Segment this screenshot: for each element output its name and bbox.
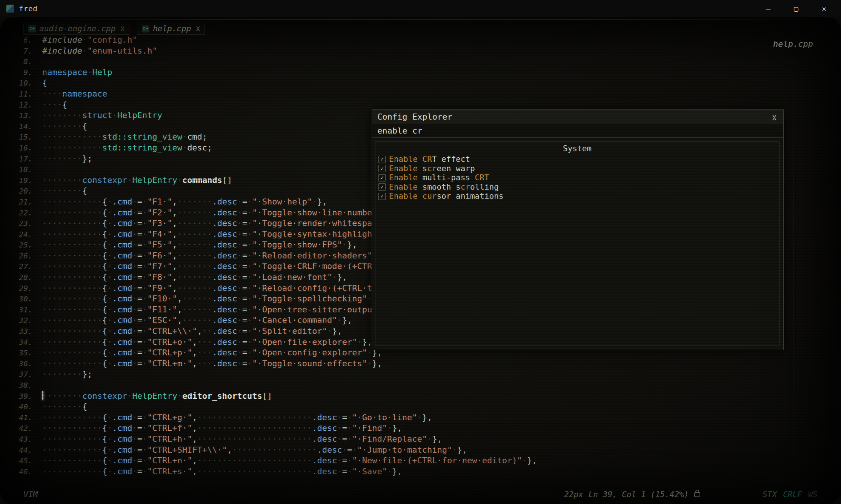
line-number: 34. xyxy=(10,337,32,348)
checkbox-checked-icon[interactable]: ✓ xyxy=(378,165,386,172)
font-size-indicator: 22px xyxy=(564,490,583,499)
config-option[interactable]: ✓Enable screen warp xyxy=(375,164,779,174)
line-content: ········constexpr·HelpEntry·editor_short… xyxy=(42,391,272,401)
line-content: ············{·.cmd·=·"F10·",······.desc·… xyxy=(42,294,382,303)
line-number: 29. xyxy=(10,283,32,294)
config-search-input[interactable]: enable cr xyxy=(377,126,422,135)
lock-icon xyxy=(694,489,701,499)
cpp-file-icon: C+ xyxy=(28,25,36,32)
config-option[interactable]: ✓Enable multi-pass CRT xyxy=(375,173,779,183)
code-line: 41.············{·.cmd·=·"CTRL+g·",······… xyxy=(10,412,841,423)
config-option-label: Enable screen warp xyxy=(389,164,475,173)
tab-help.cpp[interactable]: C+help.cppX xyxy=(137,23,205,35)
line-number: 14. xyxy=(10,121,32,132)
line-content: ············{·.cmd·=·"F8·",·······.desc·… xyxy=(42,272,347,282)
config-options-list: ✓Enable CRT effect✓Enable screen warp✓En… xyxy=(375,155,779,201)
config-explorer-close-icon[interactable]: X xyxy=(772,114,776,122)
crlf-flag: CRLF xyxy=(783,490,802,499)
line-content: ····{ xyxy=(42,100,67,109)
line-content: ············{·.cmd·=·"F5·",·······.desc·… xyxy=(42,240,357,249)
checkbox-checked-icon[interactable]: ✓ xyxy=(378,183,386,191)
config-option[interactable]: ✓Enable cursor animations xyxy=(375,192,779,201)
line-number: 46. xyxy=(10,466,32,477)
tab-close-icon[interactable]: X xyxy=(120,25,125,33)
line-number: 8. xyxy=(10,56,32,67)
current-file-indicator: help.cpp xyxy=(773,39,813,49)
line-number: 6. xyxy=(10,35,32,46)
checkbox-checked-icon[interactable]: ✓ xyxy=(378,193,386,200)
line-number: 10. xyxy=(10,78,32,89)
tab-label: help.cpp xyxy=(153,24,191,33)
config-option[interactable]: ✓Enable smooth scrolling xyxy=(375,183,779,192)
line-number: 41. xyxy=(10,412,32,423)
titlebar: fred – ▢ ✕ xyxy=(0,0,841,17)
line-number: 32. xyxy=(10,315,32,326)
line-number: 21. xyxy=(10,197,32,207)
window-controls: – ▢ ✕ xyxy=(754,0,838,17)
line-number: 16. xyxy=(10,143,32,154)
line-number: 15. xyxy=(10,132,32,143)
maximize-button[interactable]: ▢ xyxy=(782,0,810,17)
line-content: #include·"enum-utils.h" xyxy=(42,46,157,55)
tab-audio-engine.cpp[interactable]: C+audio-engine.cppX xyxy=(23,23,129,35)
code-line: 11.····namespace xyxy=(10,89,841,100)
line-content: { xyxy=(42,78,47,88)
mode-indicator: VIM xyxy=(23,490,38,499)
config-search-row[interactable]: enable cr xyxy=(372,124,783,138)
code-line: 7.#include·"enum-utils.h" xyxy=(10,46,841,57)
line-number: 42. xyxy=(10,423,32,434)
code-line: 43.············{·.cmd·=·"CTRL+h·",······… xyxy=(10,434,841,445)
line-content: ············{·.cmd·=·"CTRL+s·",·········… xyxy=(42,467,402,476)
line-content: ········{ xyxy=(42,121,87,131)
code-line: 40.········{ xyxy=(10,401,841,412)
config-option-label: Enable CRT effect xyxy=(389,155,470,164)
line-content: ············{·.cmd·=·"F3·",·······.desc·… xyxy=(42,218,402,228)
line-number: 23. xyxy=(10,218,32,229)
code-line: 37.········}; xyxy=(10,369,841,380)
line-content: ············{·.cmd·=·"CTRL+f·",·········… xyxy=(42,423,402,433)
crt-edge-highlight xyxy=(23,19,818,20)
line-number: 36. xyxy=(10,358,32,369)
code-line: 46.············{·.cmd·=·"CTRL+s·",······… xyxy=(10,466,841,477)
line-number: 19. xyxy=(10,175,32,186)
line-number: 35. xyxy=(10,347,32,358)
line-number: 33. xyxy=(10,326,32,337)
code-line: 38. xyxy=(10,380,841,391)
line-content: ········}; xyxy=(42,369,92,379)
checkbox-checked-icon[interactable]: ✓ xyxy=(378,156,386,163)
code-line: 45.············{·.cmd·=·"CTRL+n·",······… xyxy=(10,455,841,466)
line-content: ············{·.cmd·=·"ESC·",······.desc·… xyxy=(42,315,352,325)
config-option-label: Enable smooth scrolling xyxy=(389,183,499,192)
tab-bar: C+audio-engine.cppXC+help.cppX xyxy=(23,23,205,35)
line-number: 43. xyxy=(10,434,32,445)
config-option-label: Enable multi-pass CRT xyxy=(389,173,489,182)
minimize-button[interactable]: – xyxy=(754,0,782,17)
code-line: 9.namespace·Help xyxy=(10,67,841,78)
code-line: 6.#include·"config.h" xyxy=(10,35,841,46)
ws-flag: WS xyxy=(808,490,818,499)
line-content: ············{·.cmd·=·"CTRL+\\·",··.desc·… xyxy=(42,326,342,336)
line-content: namespace·Help xyxy=(42,68,112,77)
cursor-position-indicator: Ln 39, Col 1 (15.42%) xyxy=(589,490,689,499)
status-flags: STX CRLF WS xyxy=(763,490,818,499)
line-number: 9. xyxy=(10,67,32,78)
line-content: ············std::string_view·cmd; xyxy=(42,132,207,141)
line-content: ············{·.cmd·=·"CTRL+SHIFT+\\·",··… xyxy=(42,445,467,455)
line-number: 12. xyxy=(10,100,32,111)
line-content: ············std::string_view·desc; xyxy=(42,143,212,152)
config-option[interactable]: ✓Enable CRT effect xyxy=(375,155,779,164)
line-number: 31. xyxy=(10,304,32,315)
checkbox-checked-icon[interactable]: ✓ xyxy=(378,174,386,181)
line-number: 13. xyxy=(10,110,32,121)
code-line: 8. xyxy=(10,56,841,67)
close-button[interactable]: ✕ xyxy=(810,0,838,17)
tab-label: audio-engine.cpp xyxy=(39,24,115,33)
line-content: ············{·.cmd·=·"CTRL+o·",···.desc·… xyxy=(42,337,372,347)
tab-close-icon[interactable]: X xyxy=(196,25,200,33)
status-right: 22px Ln 39, Col 1 (15.42%) STX CRLF WS xyxy=(564,489,818,499)
config-explorer-window: Config Explorer X enable cr System ✓Enab… xyxy=(372,109,784,350)
line-number: 26. xyxy=(10,250,32,261)
code-line: 12.····{ xyxy=(10,100,841,111)
line-number: 27. xyxy=(10,261,32,272)
line-content: ············{·.cmd·=·"CTRL+p·",···.desc·… xyxy=(42,348,382,357)
